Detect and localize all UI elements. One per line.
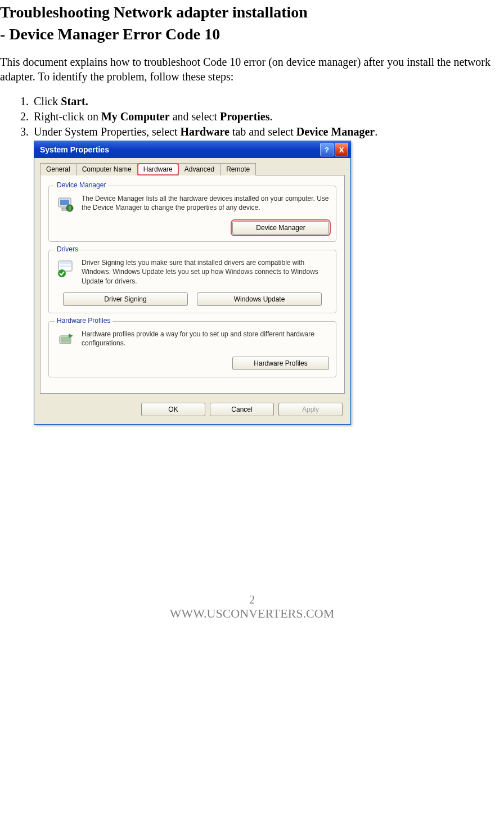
device-manager-button[interactable]: Device Manager (232, 221, 329, 235)
help-button[interactable]: ? (320, 143, 334, 156)
page-title-line1: Troubleshooting Network adapter installa… (0, 3, 504, 22)
tab-hardware[interactable]: Hardware (137, 163, 179, 175)
close-button[interactable]: X (335, 143, 348, 156)
tab-strip: General Computer Name Hardware Advanced … (40, 163, 345, 175)
tab-general[interactable]: General (40, 163, 76, 175)
page-footer: 2 WWW.USCONVERTERS.COM (0, 593, 504, 621)
group-device-manager-text: The Device Manager lists all the hardwar… (82, 194, 329, 212)
group-drivers-title: Drivers (55, 245, 80, 253)
group-drivers: Drivers Driver (48, 250, 336, 313)
dialog-title: System Properties (40, 145, 109, 154)
apply-button[interactable]: Apply (278, 403, 343, 416)
hardware-profiles-icon (56, 330, 76, 350)
svg-rect-1 (60, 200, 69, 205)
tab-computer-name[interactable]: Computer Name (76, 163, 138, 175)
group-device-manager-title: Device Manager (55, 181, 108, 189)
tab-remote[interactable]: Remote (220, 163, 256, 175)
driver-signing-button[interactable]: Driver Signing (63, 292, 188, 306)
system-properties-dialog: System Properties ? X General Computer N… (34, 141, 351, 425)
drivers-icon (56, 258, 76, 278)
group-device-manager: Device Manager (48, 186, 336, 242)
group-drivers-text: Driver Signing lets you make sure that i… (82, 258, 329, 286)
page-number: 2 (0, 593, 504, 606)
page-title-line2: - Device Manager Error Code 10 (0, 25, 504, 44)
svg-rect-6 (60, 262, 71, 264)
hardware-profiles-button[interactable]: Hardware Profiles (232, 357, 329, 370)
svg-rect-10 (61, 337, 70, 343)
steps-list: Click Start. Right-click on My Computer … (17, 94, 504, 139)
svg-rect-4 (69, 206, 71, 210)
intro-paragraph: This document explains how to troublesho… (0, 55, 504, 84)
footer-url: WWW.USCONVERTERS.COM (0, 606, 504, 621)
device-manager-icon (56, 194, 76, 214)
ok-button[interactable]: OK (141, 403, 205, 416)
svg-rect-7 (60, 265, 71, 267)
step-1: Click Start. (32, 94, 504, 109)
windows-update-button[interactable]: Windows Update (197, 292, 322, 306)
step-3: Under System Properties, select Hardware… (32, 124, 504, 139)
tab-advanced[interactable]: Advanced (178, 163, 220, 175)
cancel-button[interactable]: Cancel (210, 403, 274, 416)
dialog-titlebar: System Properties ? X (34, 141, 350, 158)
group-hardware-profiles-text: Hardware profiles provide a way for you … (82, 330, 329, 348)
group-hardware-profiles: Hardware Profiles Hardware profiles prov… (48, 321, 336, 377)
svg-point-8 (58, 269, 66, 277)
group-hardware-profiles-title: Hardware Profiles (55, 317, 112, 325)
step-2: Right-click on My Computer and select Pr… (32, 109, 504, 124)
